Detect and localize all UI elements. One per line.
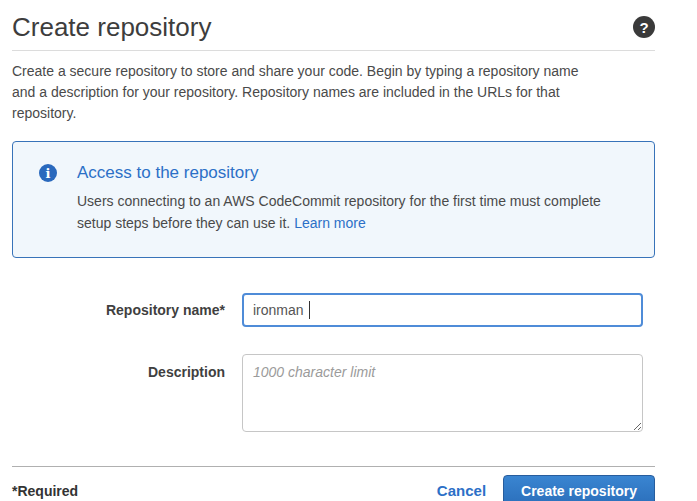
description-row: Description (12, 354, 655, 432)
repository-name-row: Repository name* (12, 293, 655, 327)
repository-name-label: Repository name* (12, 302, 225, 318)
page-header: Create repository ? (12, 0, 655, 51)
description-textarea[interactable] (242, 354, 643, 432)
info-box-content: Access to the repository Users connectin… (77, 163, 614, 234)
cancel-button[interactable]: Cancel (437, 482, 486, 499)
create-repository-page: Create repository ? Create a secure repo… (12, 0, 655, 501)
create-repository-form: Repository name* Description (12, 293, 655, 432)
description-label: Description (12, 354, 225, 380)
info-icon: i (39, 164, 57, 182)
create-repository-button[interactable]: Create repository (503, 475, 655, 501)
info-box-title: Access to the repository (77, 163, 614, 183)
form-footer: *Required Cancel Create repository (12, 466, 655, 501)
page-title: Create repository (12, 13, 211, 41)
info-box-body: Users connecting to an AWS CodeCommit re… (77, 190, 614, 234)
learn-more-link[interactable]: Learn more (294, 215, 366, 231)
text-caret (309, 301, 310, 319)
access-info-box: i Access to the repository Users connect… (12, 141, 655, 258)
required-note: *Required (12, 483, 78, 499)
help-icon[interactable]: ? (633, 16, 655, 38)
footer-actions: Cancel Create repository (437, 475, 655, 501)
intro-text: Create a secure repository to store and … (12, 61, 590, 124)
repository-name-input-wrap (242, 293, 643, 327)
repository-name-input[interactable] (242, 293, 643, 327)
